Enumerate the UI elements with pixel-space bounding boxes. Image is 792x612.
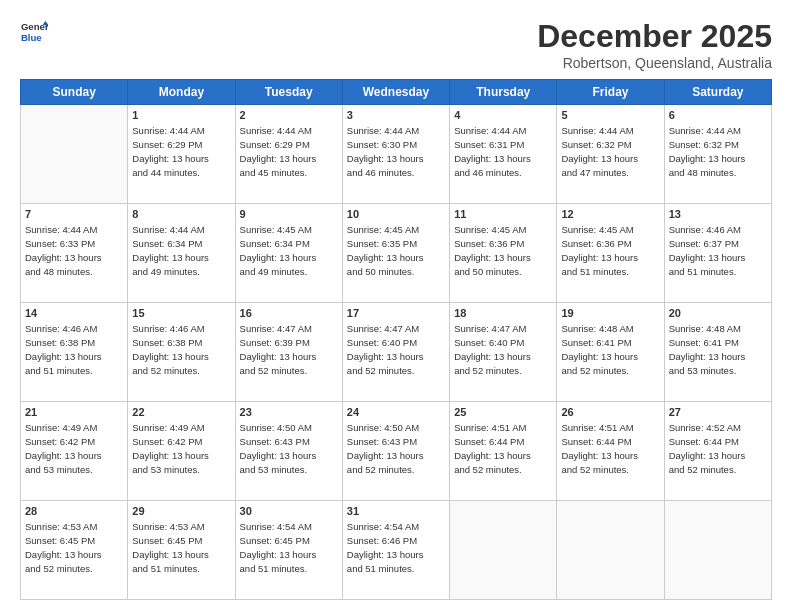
col-tuesday: Tuesday [235, 80, 342, 105]
day-info: Sunrise: 4:45 AM Sunset: 6:35 PM Dayligh… [347, 223, 445, 278]
day-info: Sunrise: 4:44 AM Sunset: 6:29 PM Dayligh… [240, 124, 338, 179]
day-info: Sunrise: 4:46 AM Sunset: 6:38 PM Dayligh… [25, 322, 123, 377]
calendar-table: Sunday Monday Tuesday Wednesday Thursday… [20, 79, 772, 600]
table-row: 8Sunrise: 4:44 AM Sunset: 6:34 PM Daylig… [128, 204, 235, 303]
day-number: 2 [240, 108, 338, 123]
day-number: 25 [454, 405, 552, 420]
day-info: Sunrise: 4:47 AM Sunset: 6:40 PM Dayligh… [454, 322, 552, 377]
month-title: December 2025 [537, 18, 772, 55]
day-info: Sunrise: 4:51 AM Sunset: 6:44 PM Dayligh… [454, 421, 552, 476]
day-info: Sunrise: 4:54 AM Sunset: 6:46 PM Dayligh… [347, 520, 445, 575]
day-number: 29 [132, 504, 230, 519]
day-number: 7 [25, 207, 123, 222]
table-row: 4Sunrise: 4:44 AM Sunset: 6:31 PM Daylig… [450, 105, 557, 204]
table-row: 18Sunrise: 4:47 AM Sunset: 6:40 PM Dayli… [450, 303, 557, 402]
table-row: 7Sunrise: 4:44 AM Sunset: 6:33 PM Daylig… [21, 204, 128, 303]
table-row: 13Sunrise: 4:46 AM Sunset: 6:37 PM Dayli… [664, 204, 771, 303]
table-row: 10Sunrise: 4:45 AM Sunset: 6:35 PM Dayli… [342, 204, 449, 303]
day-info: Sunrise: 4:48 AM Sunset: 6:41 PM Dayligh… [561, 322, 659, 377]
calendar-week-2: 7Sunrise: 4:44 AM Sunset: 6:33 PM Daylig… [21, 204, 772, 303]
table-row: 15Sunrise: 4:46 AM Sunset: 6:38 PM Dayli… [128, 303, 235, 402]
table-row: 22Sunrise: 4:49 AM Sunset: 6:42 PM Dayli… [128, 402, 235, 501]
day-number: 30 [240, 504, 338, 519]
day-info: Sunrise: 4:49 AM Sunset: 6:42 PM Dayligh… [25, 421, 123, 476]
day-number: 14 [25, 306, 123, 321]
day-number: 3 [347, 108, 445, 123]
col-wednesday: Wednesday [342, 80, 449, 105]
table-row: 31Sunrise: 4:54 AM Sunset: 6:46 PM Dayli… [342, 501, 449, 600]
day-number: 12 [561, 207, 659, 222]
table-row: 28Sunrise: 4:53 AM Sunset: 6:45 PM Dayli… [21, 501, 128, 600]
day-number: 6 [669, 108, 767, 123]
day-number: 9 [240, 207, 338, 222]
day-info: Sunrise: 4:52 AM Sunset: 6:44 PM Dayligh… [669, 421, 767, 476]
logo-icon: General Blue [20, 18, 48, 46]
calendar-header-row: Sunday Monday Tuesday Wednesday Thursday… [21, 80, 772, 105]
day-info: Sunrise: 4:44 AM Sunset: 6:34 PM Dayligh… [132, 223, 230, 278]
day-info: Sunrise: 4:47 AM Sunset: 6:39 PM Dayligh… [240, 322, 338, 377]
table-row: 16Sunrise: 4:47 AM Sunset: 6:39 PM Dayli… [235, 303, 342, 402]
day-info: Sunrise: 4:46 AM Sunset: 6:37 PM Dayligh… [669, 223, 767, 278]
day-number: 1 [132, 108, 230, 123]
table-row: 30Sunrise: 4:54 AM Sunset: 6:45 PM Dayli… [235, 501, 342, 600]
logo: General Blue [20, 18, 48, 46]
day-info: Sunrise: 4:53 AM Sunset: 6:45 PM Dayligh… [132, 520, 230, 575]
day-info: Sunrise: 4:54 AM Sunset: 6:45 PM Dayligh… [240, 520, 338, 575]
table-row [557, 501, 664, 600]
svg-text:General: General [21, 21, 48, 32]
table-row: 27Sunrise: 4:52 AM Sunset: 6:44 PM Dayli… [664, 402, 771, 501]
calendar-week-3: 14Sunrise: 4:46 AM Sunset: 6:38 PM Dayli… [21, 303, 772, 402]
day-number: 13 [669, 207, 767, 222]
day-number: 11 [454, 207, 552, 222]
day-number: 18 [454, 306, 552, 321]
day-info: Sunrise: 4:51 AM Sunset: 6:44 PM Dayligh… [561, 421, 659, 476]
calendar-week-1: 1Sunrise: 4:44 AM Sunset: 6:29 PM Daylig… [21, 105, 772, 204]
day-number: 31 [347, 504, 445, 519]
table-row [664, 501, 771, 600]
table-row: 23Sunrise: 4:50 AM Sunset: 6:43 PM Dayli… [235, 402, 342, 501]
day-info: Sunrise: 4:44 AM Sunset: 6:29 PM Dayligh… [132, 124, 230, 179]
header: General Blue December 2025 Robertson, Qu… [20, 18, 772, 71]
day-number: 8 [132, 207, 230, 222]
col-friday: Friday [557, 80, 664, 105]
page: General Blue December 2025 Robertson, Qu… [0, 0, 792, 612]
col-monday: Monday [128, 80, 235, 105]
day-info: Sunrise: 4:48 AM Sunset: 6:41 PM Dayligh… [669, 322, 767, 377]
day-info: Sunrise: 4:44 AM Sunset: 6:30 PM Dayligh… [347, 124, 445, 179]
day-info: Sunrise: 4:45 AM Sunset: 6:36 PM Dayligh… [454, 223, 552, 278]
day-info: Sunrise: 4:44 AM Sunset: 6:33 PM Dayligh… [25, 223, 123, 278]
day-info: Sunrise: 4:49 AM Sunset: 6:42 PM Dayligh… [132, 421, 230, 476]
day-number: 15 [132, 306, 230, 321]
table-row: 21Sunrise: 4:49 AM Sunset: 6:42 PM Dayli… [21, 402, 128, 501]
day-number: 4 [454, 108, 552, 123]
day-number: 10 [347, 207, 445, 222]
table-row: 3Sunrise: 4:44 AM Sunset: 6:30 PM Daylig… [342, 105, 449, 204]
table-row: 1Sunrise: 4:44 AM Sunset: 6:29 PM Daylig… [128, 105, 235, 204]
table-row: 12Sunrise: 4:45 AM Sunset: 6:36 PM Dayli… [557, 204, 664, 303]
day-info: Sunrise: 4:45 AM Sunset: 6:34 PM Dayligh… [240, 223, 338, 278]
day-number: 21 [25, 405, 123, 420]
table-row: 19Sunrise: 4:48 AM Sunset: 6:41 PM Dayli… [557, 303, 664, 402]
table-row: 2Sunrise: 4:44 AM Sunset: 6:29 PM Daylig… [235, 105, 342, 204]
table-row [21, 105, 128, 204]
table-row: 25Sunrise: 4:51 AM Sunset: 6:44 PM Dayli… [450, 402, 557, 501]
table-row: 24Sunrise: 4:50 AM Sunset: 6:43 PM Dayli… [342, 402, 449, 501]
table-row: 26Sunrise: 4:51 AM Sunset: 6:44 PM Dayli… [557, 402, 664, 501]
day-info: Sunrise: 4:45 AM Sunset: 6:36 PM Dayligh… [561, 223, 659, 278]
table-row: 20Sunrise: 4:48 AM Sunset: 6:41 PM Dayli… [664, 303, 771, 402]
day-info: Sunrise: 4:53 AM Sunset: 6:45 PM Dayligh… [25, 520, 123, 575]
table-row: 17Sunrise: 4:47 AM Sunset: 6:40 PM Dayli… [342, 303, 449, 402]
day-number: 20 [669, 306, 767, 321]
day-info: Sunrise: 4:46 AM Sunset: 6:38 PM Dayligh… [132, 322, 230, 377]
day-number: 24 [347, 405, 445, 420]
table-row [450, 501, 557, 600]
table-row: 9Sunrise: 4:45 AM Sunset: 6:34 PM Daylig… [235, 204, 342, 303]
day-number: 5 [561, 108, 659, 123]
day-number: 27 [669, 405, 767, 420]
title-area: December 2025 Robertson, Queensland, Aus… [537, 18, 772, 71]
day-number: 16 [240, 306, 338, 321]
day-number: 19 [561, 306, 659, 321]
day-info: Sunrise: 4:44 AM Sunset: 6:31 PM Dayligh… [454, 124, 552, 179]
table-row: 5Sunrise: 4:44 AM Sunset: 6:32 PM Daylig… [557, 105, 664, 204]
day-number: 28 [25, 504, 123, 519]
